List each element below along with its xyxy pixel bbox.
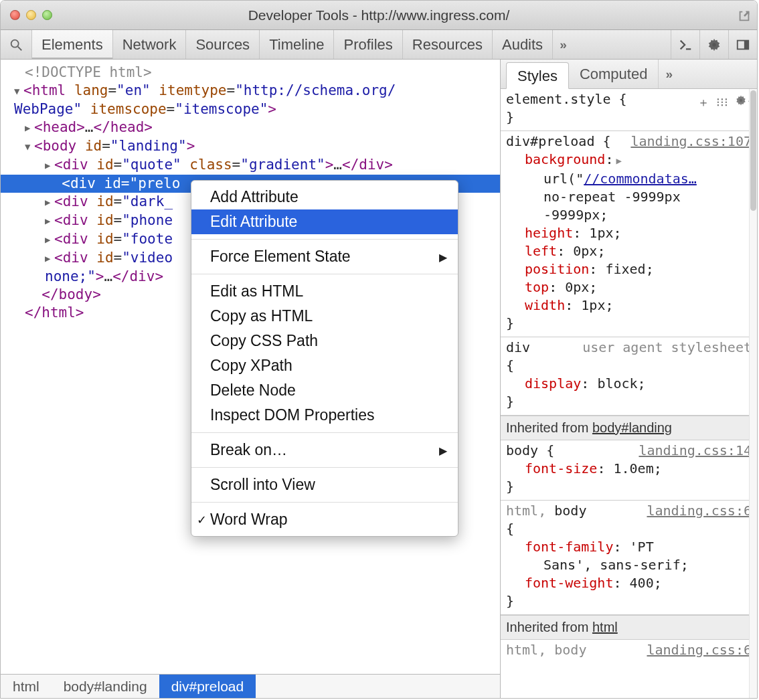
prop-background-url[interactable]: url("//commondatas… — [543, 170, 752, 188]
url-link[interactable]: //commondatas… — [584, 171, 697, 187]
source-link-4[interactable]: landing.css:6 — [647, 641, 752, 659]
tab-network[interactable]: Network — [113, 30, 187, 59]
zoom-window-button[interactable] — [42, 10, 52, 20]
selector-body: body { — [506, 442, 554, 458]
tab-elements[interactable]: Elements — [32, 30, 113, 59]
pv-left: 0px — [573, 243, 597, 259]
titlebar: Developer Tools - http://www.ingress.com… — [1, 1, 757, 30]
dom-head[interactable]: ▶<head>…</head> — [1, 118, 500, 137]
prop-background-norepeat[interactable]: no-repeat -9999px — [543, 188, 752, 206]
rule-element-style[interactable]: ＋ ⁝⁝⁝ ▾ element.style { } — [501, 89, 757, 131]
ctx-word-wrap[interactable]: ✓ Word Wrap — [191, 507, 458, 532]
side-tab-computed[interactable]: Computed — [569, 60, 659, 88]
scrollbar-thumb[interactable] — [750, 90, 756, 211]
ctx-copy-xpath[interactable]: Copy XPath — [191, 353, 458, 378]
pv-fontfamily-1: 'PT — [630, 539, 654, 555]
toggle-state-icon[interactable]: ⁝⁝⁝ — [716, 93, 728, 111]
prop-position[interactable]: position: fixed; — [525, 260, 752, 278]
prop-font-size[interactable]: font-size: 1.0em; — [525, 460, 752, 478]
crumb-preload[interactable]: div#preload — [159, 675, 256, 698]
expand-icon[interactable]: ▶ — [616, 155, 621, 166]
pn-width: width — [525, 297, 565, 313]
dom-div-quote[interactable]: ▶<div id="quote" class="gradient">…</div… — [1, 156, 500, 175]
dom-doctype[interactable]: <!DOCTYPE html> — [1, 64, 500, 82]
inherited-html-header: Inherited from html — [501, 615, 757, 640]
prop-background[interactable]: background:▶ — [525, 151, 752, 170]
selector-div: div — [506, 339, 530, 355]
ctx-word-wrap-label: Word Wrap — [210, 511, 287, 528]
dock-icon[interactable] — [728, 30, 757, 59]
window-title: Developer Tools - http://www.ingress.com… — [1, 7, 757, 23]
ctx-force-element-state-label: Force Element State — [210, 248, 351, 265]
tab-timeline[interactable]: Timeline — [260, 30, 334, 59]
rule-html-body-font[interactable]: landing.css:6 html, body{ font-family: '… — [501, 501, 757, 615]
inherited-label: Inherited from — [506, 420, 592, 435]
inherited-body-link[interactable]: body#landing — [592, 420, 672, 435]
brace-close: } — [506, 109, 514, 125]
prop-font-family-2[interactable]: Sans', sans-serif; — [543, 556, 752, 574]
sidebar-scrollbar[interactable] — [749, 89, 757, 698]
popout-icon[interactable] — [737, 9, 750, 22]
tab-profiles[interactable]: Profiles — [334, 30, 402, 59]
ctx-copy-css-path[interactable]: Copy CSS Path — [191, 329, 458, 353]
ctx-break-on[interactable]: Break on… ▶ — [191, 438, 458, 462]
dom-body-open[interactable]: ▼<body id="landing"> — [1, 137, 500, 156]
side-tab-styles[interactable]: Styles — [506, 62, 569, 89]
prop-background-neg[interactable]: -9999px; — [543, 206, 752, 224]
source-link-2[interactable]: landing.css:14 — [639, 442, 752, 460]
style-actions: ＋ ⁝⁝⁝ ▾ — [697, 93, 754, 111]
context-menu: Add Attribute Edit Attribute Force Eleme… — [191, 180, 458, 537]
rule-body-fontsize[interactable]: landing.css:14 body { font-size: 1.0em; … — [501, 440, 757, 501]
pn-position: position — [525, 261, 589, 277]
ctx-break-on-label: Break on… — [210, 441, 287, 458]
ctx-add-attribute[interactable]: Add Attribute — [191, 185, 458, 209]
traffic-lights — [10, 10, 52, 20]
toolbar: Elements Network Sources Timeline Profil… — [1, 30, 757, 60]
sel-body-2: body — [554, 642, 586, 658]
dom-html-open-2[interactable]: WebPage" itemscope="itemscope"> — [1, 100, 500, 118]
content-area: <!DOCTYPE html> ▼<html lang="en" itemtyp… — [1, 60, 757, 698]
ctx-edit-html[interactable]: Edit as HTML — [191, 279, 458, 304]
tab-sources[interactable]: Sources — [186, 30, 260, 59]
source-link-3[interactable]: landing.css:6 — [647, 502, 752, 520]
ctx-edit-attribute[interactable]: Edit Attribute — [191, 209, 458, 234]
pv-fontsize: 1.0em — [613, 460, 653, 476]
brace-close-2: } — [506, 315, 514, 331]
tab-audits[interactable]: Audits — [493, 30, 553, 59]
prop-display[interactable]: display: block; — [525, 375, 752, 393]
element-style-selector: element.style { — [506, 91, 627, 107]
rule-preload[interactable]: landing.css:107 div#preload { background… — [501, 131, 757, 337]
prop-height[interactable]: height: 1px; — [525, 224, 752, 242]
side-tabs-overflow-icon[interactable]: » — [659, 60, 677, 88]
crumb-html[interactable]: html — [1, 675, 52, 698]
tab-resources[interactable]: Resources — [403, 30, 493, 59]
new-rule-icon[interactable]: ＋ — [697, 93, 709, 111]
tabs-overflow-icon[interactable]: » — [553, 30, 572, 59]
ctx-sep-4 — [191, 467, 458, 468]
close-window-button[interactable] — [10, 10, 20, 20]
prop-top[interactable]: top: 0px; — [525, 278, 752, 296]
minimize-window-button[interactable] — [26, 10, 36, 20]
ctx-force-element-state[interactable]: Force Element State ▶ — [191, 244, 458, 269]
ctx-scroll-into-view[interactable]: Scroll into View — [191, 472, 458, 497]
ctx-delete-node[interactable]: Delete Node — [191, 378, 458, 403]
inspect-icon[interactable] — [1, 30, 32, 59]
ctx-sep-2 — [191, 274, 458, 274]
prop-width[interactable]: width: 1px; — [525, 296, 752, 315]
prop-left[interactable]: left: 0px; — [525, 242, 752, 260]
source-link-1[interactable]: landing.css:107 — [630, 133, 752, 151]
prop-font-weight[interactable]: font-weight: 400; — [525, 574, 752, 592]
dom-html-open[interactable]: ▼<html lang="en" itemtype="http://schema… — [1, 82, 500, 100]
rule-html-body-2[interactable]: landing.css:6 html, body — [501, 640, 757, 663]
crumb-body[interactable]: body#landing — [52, 675, 159, 698]
settings-icon[interactable] — [699, 30, 728, 59]
rule-ua-div[interactable]: div user agent stylesheet { display: blo… — [501, 337, 757, 416]
ctx-copy-html[interactable]: Copy as HTML — [191, 304, 458, 329]
console-toggle-icon[interactable] — [671, 30, 699, 59]
inherited-html-link[interactable]: html — [592, 620, 618, 634]
styles-sidebar: Styles Computed » ＋ ⁝⁝⁝ ▾ element.style … — [500, 60, 757, 698]
ua-stylesheet-label: user agent stylesheet — [582, 339, 752, 357]
prop-font-family[interactable]: font-family: 'PT — [525, 538, 752, 556]
ctx-inspect-dom[interactable]: Inspect DOM Properties — [191, 403, 458, 428]
ctx-sep-3 — [191, 432, 458, 433]
